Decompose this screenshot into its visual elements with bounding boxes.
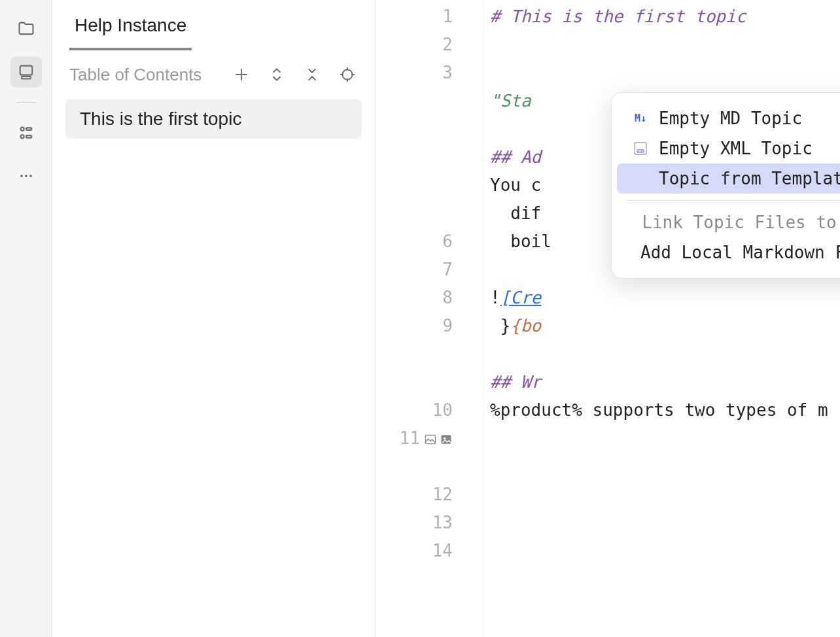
tpc-icon: TPC: [631, 141, 650, 156]
locate-button[interactable]: [337, 64, 358, 85]
svg-rect-1: [22, 77, 31, 79]
svg-rect-5: [26, 135, 31, 138]
svg-point-2: [20, 128, 24, 131]
menu-separator: [626, 200, 840, 201]
new-topic-menu: M↓Empty MD TopicTPCEmpty XML TopicTopic …: [611, 92, 840, 279]
svg-point-8: [29, 175, 32, 177]
menu-item-label: Link Topic Files to TOC…: [642, 209, 840, 237]
markdown-icon: M↓: [631, 111, 650, 126]
plus-icon: [233, 66, 250, 83]
menu-item-label: Add Local Markdown Files…: [640, 239, 840, 267]
menu-item-link-topic-files-to-toc-: Link Topic Files to TOC…: [617, 207, 840, 237]
svg-rect-0: [20, 66, 32, 75]
collapse-all-button[interactable]: [302, 64, 323, 85]
sidebar: Help Instance Table of Contents This is …: [52, 0, 376, 637]
structure-icon: [17, 124, 35, 142]
expand-all-button[interactable]: [266, 64, 287, 85]
svg-point-4: [20, 135, 24, 138]
sidebar-tabs: Help Instance: [52, 0, 375, 54]
tab-help-instance[interactable]: Help Instance: [69, 3, 192, 50]
svg-point-6: [20, 175, 23, 177]
tool-rail: [0, 0, 52, 637]
menu-item-label: Empty XML Topic: [659, 135, 813, 163]
svg-point-9: [342, 69, 352, 79]
menu-item-label: Topic from Template: [659, 165, 840, 193]
rail-folder[interactable]: [10, 13, 42, 44]
picture-icon: [440, 433, 453, 446]
svg-rect-3: [26, 128, 31, 130]
more-icon: [17, 167, 35, 185]
folder-icon: [17, 20, 35, 38]
editor[interactable]: 12367891011121314 # This is the first to…: [376, 0, 840, 637]
svg-rect-10: [426, 435, 436, 443]
toc-actions: [231, 64, 358, 85]
collapse-icon: [304, 66, 321, 83]
svg-point-12: [444, 437, 446, 439]
svg-text:TPC: TPC: [637, 149, 645, 153]
image-icon: [424, 433, 437, 446]
menu-item-empty-xml-topic[interactable]: TPCEmpty XML Topic: [617, 133, 840, 164]
menu-item-label: Empty MD Topic: [659, 105, 802, 133]
toc-header: Table of Contents: [52, 54, 375, 95]
add-topic-button[interactable]: [231, 64, 252, 85]
target-icon: [339, 66, 356, 83]
rail-panels[interactable]: [10, 56, 42, 88]
expand-icon: [268, 66, 285, 83]
svg-point-7: [25, 175, 27, 177]
panels-icon: [17, 63, 35, 81]
toc-item-first-topic[interactable]: This is the first topic: [65, 99, 362, 139]
rail-structure[interactable]: [10, 117, 42, 148]
rail-divider: [17, 102, 35, 103]
gutter: 12367891011121314: [376, 0, 483, 637]
toc-title: Table of Contents: [69, 65, 226, 85]
rail-more[interactable]: [10, 160, 42, 192]
menu-item-topic-from-template[interactable]: Topic from Template›: [617, 164, 840, 194]
menu-item-add-local-markdown-files-[interactable]: Add Local Markdown Files…: [617, 237, 840, 267]
menu-item-empty-md-topic[interactable]: M↓Empty MD Topic: [617, 103, 840, 133]
